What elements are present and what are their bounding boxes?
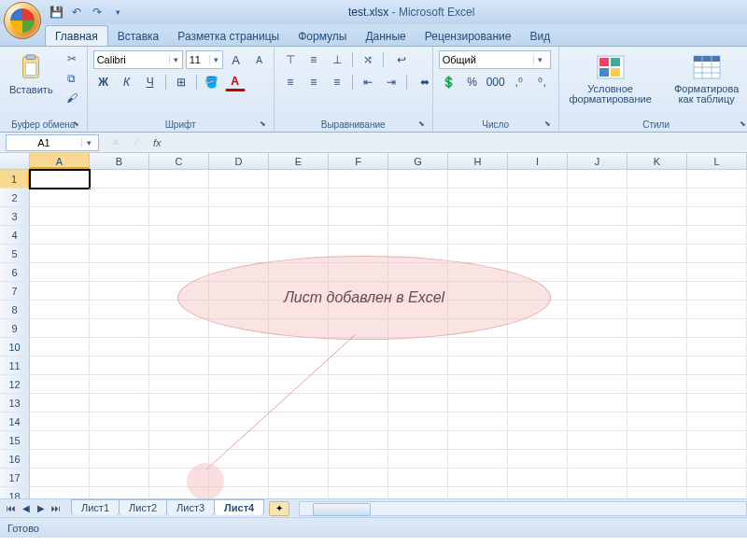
row-header[interactable]: 4 <box>0 226 30 245</box>
redo-icon[interactable]: ↷ <box>90 5 105 20</box>
cell[interactable] <box>568 319 627 338</box>
cell[interactable] <box>90 431 149 450</box>
cell[interactable] <box>627 450 687 469</box>
cell[interactable] <box>448 469 508 487</box>
cell[interactable] <box>388 431 448 450</box>
cell-reference-input[interactable] <box>7 137 81 148</box>
font-name-combo[interactable]: ▾ <box>93 50 183 69</box>
cell[interactable] <box>508 338 568 357</box>
cell[interactable] <box>627 226 687 245</box>
cell[interactable] <box>568 394 627 413</box>
cell[interactable] <box>90 357 149 375</box>
cell[interactable] <box>388 375 448 394</box>
tab-home[interactable]: Главная <box>45 25 108 46</box>
cell[interactable] <box>687 487 747 498</box>
cell[interactable] <box>30 357 90 375</box>
format-as-table-button[interactable]: Форматирова как таблицу <box>666 50 747 106</box>
cell[interactable] <box>209 245 269 263</box>
chevron-down-icon[interactable]: ▾ <box>209 55 222 64</box>
row-header[interactable]: 15 <box>0 431 30 450</box>
cell[interactable] <box>388 170 448 189</box>
align-middle-icon[interactable]: ≡ <box>303 50 324 69</box>
cell[interactable] <box>448 226 508 245</box>
cell[interactable] <box>687 319 747 338</box>
row-header[interactable]: 3 <box>0 207 30 226</box>
cell[interactable] <box>508 431 568 450</box>
qat-dropdown-icon[interactable]: ▾ <box>110 5 125 20</box>
cell[interactable] <box>568 301 627 319</box>
column-header[interactable]: K <box>627 153 687 169</box>
last-sheet-icon[interactable]: ⏭ <box>49 501 63 516</box>
cell[interactable] <box>687 263 747 282</box>
cell[interactable] <box>90 245 149 263</box>
cell[interactable] <box>149 189 209 207</box>
cell[interactable] <box>687 226 747 245</box>
cell[interactable] <box>388 487 448 498</box>
cell[interactable] <box>269 487 329 498</box>
sheet-tab[interactable]: Лист3 <box>166 499 215 515</box>
cell[interactable] <box>568 226 627 245</box>
cell[interactable] <box>568 487 627 498</box>
cut-icon[interactable]: ✂ <box>63 50 81 67</box>
cell[interactable] <box>388 338 448 357</box>
cell[interactable] <box>508 450 568 469</box>
cell[interactable] <box>30 431 90 450</box>
cell[interactable] <box>687 338 747 357</box>
cell[interactable] <box>508 394 568 413</box>
column-header[interactable]: C <box>149 153 209 169</box>
cell[interactable] <box>627 338 687 357</box>
cell[interactable] <box>90 487 149 498</box>
cell[interactable] <box>90 469 149 487</box>
cell[interactable] <box>30 338 90 357</box>
cell[interactable] <box>687 431 747 450</box>
cell[interactable] <box>687 282 747 301</box>
align-left-icon[interactable]: ≡ <box>280 73 301 91</box>
cancel-icon[interactable]: ✕ <box>106 135 125 150</box>
formula-input[interactable] <box>169 134 747 151</box>
cell[interactable] <box>90 394 149 413</box>
number-format-combo[interactable]: ▾ <box>439 50 551 69</box>
font-size-combo[interactable]: ▾ <box>186 50 223 69</box>
align-bottom-icon[interactable]: ⊥ <box>327 50 347 69</box>
cell[interactable] <box>388 357 448 375</box>
cell[interactable] <box>269 189 329 207</box>
tab-review[interactable]: Рецензирование <box>416 26 521 46</box>
cell[interactable] <box>209 226 269 245</box>
font-color-icon[interactable]: A <box>225 73 246 91</box>
row-header[interactable]: 8 <box>0 301 30 319</box>
cell[interactable] <box>448 207 508 226</box>
cell[interactable] <box>30 189 90 207</box>
cell[interactable] <box>508 487 568 498</box>
cell[interactable] <box>508 207 568 226</box>
cell[interactable] <box>30 263 90 282</box>
cell[interactable] <box>30 301 90 319</box>
worksheet-grid[interactable]: ABCDEFGHIJKL 123456789101112131415161718… <box>0 153 747 498</box>
cell[interactable] <box>388 450 448 469</box>
row-header[interactable]: 7 <box>0 282 30 301</box>
cell[interactable] <box>627 207 687 226</box>
cell[interactable] <box>568 375 627 394</box>
horizontal-scrollbar[interactable] <box>299 501 747 516</box>
cell[interactable] <box>90 319 149 338</box>
bold-button[interactable]: Ж <box>93 73 114 91</box>
row-header[interactable]: 16 <box>0 450 30 469</box>
cell[interactable] <box>508 469 568 487</box>
cell[interactable] <box>388 226 448 245</box>
cell[interactable] <box>568 413 627 431</box>
cell[interactable] <box>30 375 90 394</box>
sheet-tab[interactable]: Лист4 <box>214 499 264 515</box>
cell[interactable] <box>388 394 448 413</box>
save-icon[interactable]: 💾 <box>49 5 63 20</box>
paste-button[interactable]: Вставить <box>6 50 57 97</box>
cell[interactable] <box>627 301 687 319</box>
row-header[interactable]: 2 <box>0 189 30 207</box>
cell[interactable] <box>90 263 149 282</box>
cell[interactable] <box>568 469 627 487</box>
cell[interactable] <box>687 394 747 413</box>
cell[interactable] <box>568 207 627 226</box>
number-format-input[interactable] <box>440 51 533 68</box>
decrease-decimal-icon[interactable]: ⁰, <box>532 73 553 91</box>
cell[interactable] <box>209 189 269 207</box>
cell[interactable] <box>269 170 329 189</box>
cell[interactable] <box>90 170 149 189</box>
